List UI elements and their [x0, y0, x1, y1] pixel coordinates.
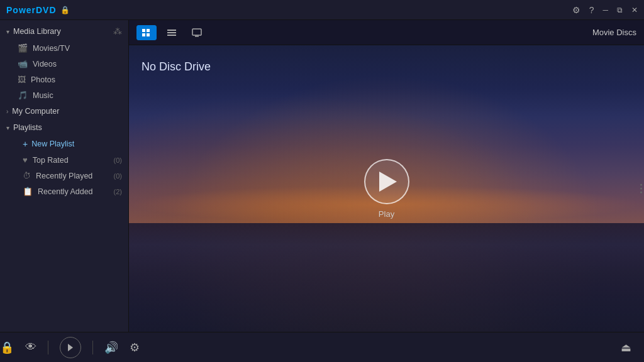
recently-played-label: Recently Played [36, 172, 92, 180]
grid-view-button[interactable] [162, 25, 182, 40]
titlebar-controls: ⚙ ? ─ ⧉ ✕ [572, 5, 638, 15]
app-logo: PowerDVD [6, 5, 57, 15]
dot-1 [640, 184, 642, 186]
lock-icon: 🔒 [60, 6, 70, 14]
eject-bottom-icon[interactable]: ⏏ [621, 341, 631, 354]
sidebar-media-library-label: Media Library [13, 27, 61, 36]
divider-2 [92, 341, 93, 354]
sidebar-section-my-computer[interactable]: › My Computer [0, 103, 128, 119]
my-computer-label: My Computer [12, 107, 59, 116]
eye-bottom-icon[interactable]: 👁 [25, 341, 36, 354]
sidebar-item-top-rated[interactable]: ♥ Top Rated (0) [0, 152, 128, 168]
svg-rect-1 [142, 33, 145, 36]
sidebar: ▾ Media Library ⁂ 🎬 Movies/TV 📹 Videos 🖼… [0, 20, 129, 332]
restore-button[interactable]: ⧉ [617, 6, 623, 14]
svg-rect-4 [167, 30, 176, 31]
svg-rect-3 [147, 33, 150, 36]
sidebar-item-videos[interactable]: 📹 Videos [0, 56, 128, 72]
volume-bottom-icon[interactable]: 🔊 [104, 341, 118, 354]
chevron-down-icon-2: ▾ [6, 124, 9, 131]
close-button[interactable]: ✕ [631, 6, 638, 14]
svg-rect-6 [167, 35, 176, 36]
top-rated-count: (0) [114, 156, 122, 164]
photos-label: Photos [31, 75, 55, 84]
sidebar-item-recently-played[interactable]: ⏱ Recently Played (0) [0, 168, 128, 184]
content-header: Movie Discs [129, 20, 644, 45]
svg-rect-0 [142, 29, 145, 32]
chevron-right-icon: › [6, 108, 8, 115]
content-title: Movie Discs [592, 28, 636, 37]
no-disc-label: No Disc Drive [142, 60, 211, 74]
videos-icon: 📹 [18, 59, 28, 69]
heart-icon: ♥ [23, 155, 28, 165]
play-triangle-icon [379, 172, 397, 192]
minimize-button[interactable]: ─ [602, 6, 608, 14]
bottombar: 🔒 👁 🔊 ⚙ ⏏ [0, 332, 644, 362]
sidebar-item-recently-added[interactable]: 📋 Recently Added (2) [0, 184, 128, 199]
movies-tv-label: Movies/TV [33, 44, 70, 53]
sidebar-item-movies-tv[interactable]: 🎬 Movies/TV [0, 40, 128, 56]
photos-icon: 🖼 [18, 75, 26, 84]
new-playlist-label: New Playlist [31, 140, 74, 148]
playlists-label: Playlists [13, 123, 42, 132]
settings-bottom-icon[interactable]: ⚙ [130, 341, 140, 354]
svg-rect-8 [195, 36, 199, 37]
svg-rect-7 [192, 29, 201, 35]
recently-added-count: (2) [114, 188, 122, 195]
bg-area: No Disc Drive Play [129, 45, 644, 332]
svg-marker-9 [68, 344, 73, 351]
settings-icon[interactable]: ⚙ [572, 5, 580, 15]
water-reflection [129, 223, 644, 332]
play-circle-button[interactable] [364, 159, 409, 204]
content-area: Movie Discs No Disc Drive Play [129, 20, 644, 332]
svg-rect-5 [167, 32, 176, 33]
recently-played-icon: ⏱ [23, 171, 31, 180]
play-button-container: Play [364, 159, 409, 219]
dot-3 [640, 192, 642, 194]
videos-label: Videos [33, 60, 57, 69]
play-label: Play [379, 209, 394, 219]
dot-2 [640, 188, 642, 190]
help-icon[interactable]: ? [589, 5, 594, 15]
lock-bottom-icon[interactable]: 🔒 [0, 341, 14, 354]
tv-view-button[interactable] [187, 25, 207, 40]
svg-rect-2 [147, 29, 150, 32]
media-library-actions-icon[interactable]: ⁂ [113, 26, 122, 36]
music-icon: 🎵 [18, 90, 28, 100]
top-rated-label: Top Rated [33, 156, 69, 165]
movies-tv-icon: 🎬 [18, 43, 28, 53]
chevron-down-icon: ▾ [6, 28, 9, 35]
main-layout: ▾ Media Library ⁂ 🎬 Movies/TV 📹 Videos 🖼… [0, 20, 644, 332]
divider-1 [48, 341, 48, 354]
titlebar: PowerDVD 🔒 ⚙ ? ─ ⧉ ✕ [0, 0, 644, 20]
titlebar-left: PowerDVD 🔒 [6, 5, 70, 15]
sidebar-item-music[interactable]: 🎵 Music [0, 87, 128, 103]
play-transport-button[interactable] [60, 337, 81, 358]
recently-added-icon: 📋 [23, 187, 33, 196]
plus-icon: + [23, 139, 28, 149]
music-label: Music [33, 91, 53, 100]
sidebar-item-photos[interactable]: 🖼 Photos [0, 72, 128, 87]
recently-played-count: (0) [114, 172, 122, 180]
sidebar-collapse-handle[interactable] [638, 182, 644, 196]
disc-view-button[interactable] [136, 25, 157, 40]
sidebar-section-playlists[interactable]: ▾ Playlists [0, 119, 128, 136]
recently-added-label: Recently Added [38, 187, 93, 196]
sidebar-section-media-library[interactable]: ▾ Media Library ⁂ [0, 23, 128, 40]
new-playlist-button[interactable]: + New Playlist [0, 136, 128, 152]
